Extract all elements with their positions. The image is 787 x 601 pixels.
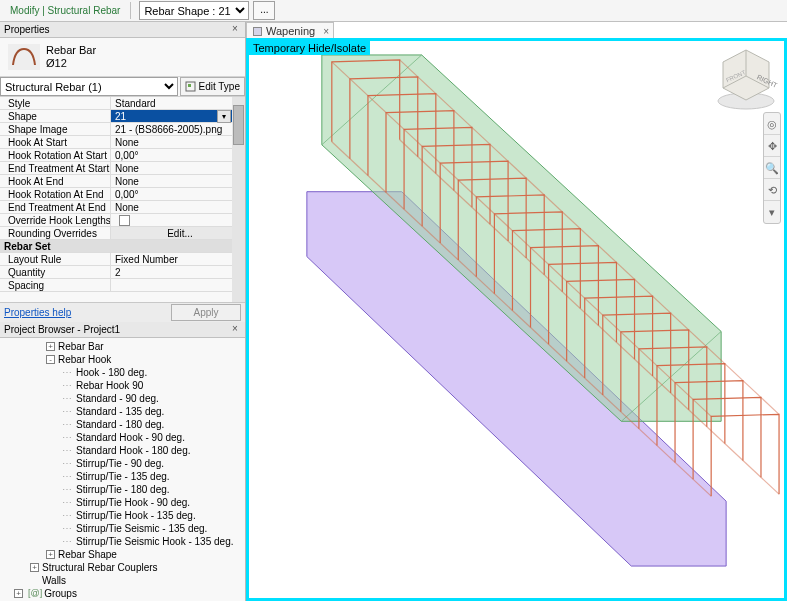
property-value[interactable]: 0,00° [110, 149, 245, 161]
expand-icon[interactable]: + [14, 589, 23, 598]
properties-title: Properties [4, 24, 50, 35]
type-selector[interactable]: Rebar Bar Ø12 [0, 38, 245, 77]
tree-item[interactable]: Walls [4, 574, 245, 587]
property-row[interactable]: Hook Rotation At End0,00° [0, 188, 245, 201]
scrollbar[interactable] [232, 97, 245, 302]
contextual-tab[interactable]: Modify | Structural Rebar [0, 2, 131, 19]
tree-item[interactable]: ⋯Stirrup/Tie Seismic - 135 deg. [4, 522, 245, 535]
property-label: End Treatment At End [0, 201, 110, 213]
tree-item-label: Hook - 180 deg. [76, 366, 147, 379]
view-tab-label: Wapening [266, 25, 315, 37]
property-row[interactable]: Quantity2 [0, 266, 245, 279]
property-value[interactable]: Fixed Number [110, 253, 245, 265]
type-subname: Ø12 [46, 57, 96, 70]
tree-leaf-icon: ⋯ [62, 392, 72, 405]
properties-help-link[interactable]: Properties help [4, 307, 71, 318]
tree-item[interactable]: +[@]Groups [4, 587, 245, 600]
property-value[interactable]: None [110, 162, 245, 174]
property-row[interactable]: Hook At EndNone [0, 175, 245, 188]
tree-item[interactable]: ⋯Hook - 180 deg. [4, 366, 245, 379]
tree-leaf-icon: ⋯ [62, 444, 72, 457]
tree-item[interactable]: ⋯Rebar Hook 90 [4, 379, 245, 392]
view-tab[interactable]: Wapening × [246, 22, 334, 39]
model-viewport[interactable]: Wapening × Temporary Hide/Isolate RIGHT … [246, 22, 787, 601]
edit-type-button[interactable]: Edit Type [180, 77, 245, 96]
temporary-hide-badge[interactable]: Temporary Hide/Isolate [249, 41, 370, 55]
property-row[interactable]: Override Hook Lengths [0, 214, 245, 227]
collapse-icon[interactable]: - [46, 355, 55, 364]
pan-icon[interactable]: ✥ [764, 135, 780, 157]
rebar-shape-selector[interactable]: Rebar Shape : 21 [139, 1, 249, 20]
zoom-icon[interactable]: 🔍 [764, 157, 780, 179]
project-browser-tree[interactable]: +Rebar Bar-Rebar Hook⋯Hook - 180 deg.⋯Re… [0, 338, 245, 601]
shape-browse-button[interactable]: ... [253, 1, 275, 20]
properties-grid[interactable]: StyleStandardShape21▾Shape Image21 - (BS… [0, 97, 245, 302]
project-browser-header[interactable]: Project Browser - Project1 × [0, 322, 245, 338]
tree-item[interactable]: ⋯Standard - 90 deg. [4, 392, 245, 405]
property-row[interactable]: Layout RuleFixed Number [0, 253, 245, 266]
tree-item[interactable]: ⋯Stirrup/Tie Hook - 135 deg. [4, 509, 245, 522]
wheel-icon[interactable]: ◎ [764, 113, 780, 135]
tree-leaf-icon: ⋯ [62, 418, 72, 431]
property-label: Shape [0, 110, 110, 122]
property-value[interactable] [110, 214, 245, 226]
property-row[interactable]: Hook At StartNone [0, 136, 245, 149]
property-value[interactable]: None [110, 136, 245, 148]
tree-item[interactable]: ⋯Standard Hook - 180 deg. [4, 444, 245, 457]
expand-icon[interactable]: ▾ [764, 201, 780, 223]
tree-item[interactable]: ⋯Standard Hook - 90 deg. [4, 431, 245, 444]
property-label: Quantity [0, 266, 110, 278]
property-row[interactable]: Rounding OverridesEdit... [0, 227, 245, 240]
property-value[interactable]: 0,00° [110, 188, 245, 200]
tree-item[interactable]: ⋯Stirrup/Tie - 90 deg. [4, 457, 245, 470]
type-name: Rebar Bar [46, 44, 96, 57]
property-label: Style [0, 97, 110, 109]
tree-item-label: Standard - 180 deg. [76, 418, 164, 431]
chevron-down-icon[interactable]: ▾ [217, 110, 231, 123]
property-value[interactable]: Edit... [110, 227, 245, 239]
property-value[interactable] [110, 279, 245, 291]
expand-icon[interactable]: + [46, 550, 55, 559]
property-row[interactable]: Hook Rotation At Start0,00° [0, 149, 245, 162]
ribbon-bar: Modify | Structural Rebar Rebar Shape : … [0, 0, 787, 22]
tree-item[interactable]: +Rebar Bar [4, 340, 245, 353]
property-value[interactable]: None [110, 175, 245, 187]
property-group-header: Rebar Set [0, 240, 245, 252]
apply-button[interactable]: Apply [171, 304, 241, 321]
instance-selector[interactable]: Structural Rebar (1) [0, 77, 178, 96]
tree-leaf-icon: ⋯ [62, 366, 72, 379]
property-value[interactable]: 2 [110, 266, 245, 278]
property-row[interactable]: Spacing [0, 279, 245, 292]
property-row[interactable]: Shape21▾ [0, 110, 245, 123]
expand-icon[interactable]: + [46, 342, 55, 351]
checkbox[interactable] [119, 215, 130, 226]
property-row[interactable]: End Treatment At EndNone [0, 201, 245, 214]
property-value[interactable]: Standard [110, 97, 245, 109]
property-row[interactable]: Rebar Set [0, 240, 245, 253]
tree-item[interactable]: +Rebar Shape [4, 548, 245, 561]
expand-icon[interactable]: + [30, 563, 39, 572]
tree-item[interactable]: +Structural Rebar Couplers [4, 561, 245, 574]
tree-item[interactable]: ⋯Stirrup/Tie - 135 deg. [4, 470, 245, 483]
tree-item[interactable]: ⋯Stirrup/Tie Seismic Hook - 135 deg. [4, 535, 245, 548]
orbit-icon[interactable]: ⟲ [764, 179, 780, 201]
property-row[interactable]: Shape Image21 - (BS8666-2005).png [0, 123, 245, 136]
tree-item[interactable]: -Rebar Hook [4, 353, 245, 366]
tree-item-label: Groups [44, 587, 77, 600]
scrollbar-thumb[interactable] [233, 105, 244, 145]
property-value[interactable]: None [110, 201, 245, 213]
close-icon[interactable]: × [229, 24, 241, 36]
property-row[interactable]: StyleStandard [0, 97, 245, 110]
close-icon[interactable]: × [323, 26, 329, 37]
tree-item-label: Standard - 135 deg. [76, 405, 164, 418]
view3d-icon [253, 27, 262, 36]
tree-item[interactable]: ⋯Stirrup/Tie - 180 deg. [4, 483, 245, 496]
properties-header[interactable]: Properties × [0, 22, 245, 38]
close-icon[interactable]: × [229, 324, 241, 336]
view-cube[interactable]: RIGHT FRONT [711, 44, 781, 114]
property-row[interactable]: End Treatment At StartNone [0, 162, 245, 175]
tree-item[interactable]: ⋯Standard - 135 deg. [4, 405, 245, 418]
property-value[interactable]: 21 - (BS8666-2005).png [110, 123, 245, 135]
tree-item[interactable]: ⋯Standard - 180 deg. [4, 418, 245, 431]
tree-item[interactable]: ⋯Stirrup/Tie Hook - 90 deg. [4, 496, 245, 509]
